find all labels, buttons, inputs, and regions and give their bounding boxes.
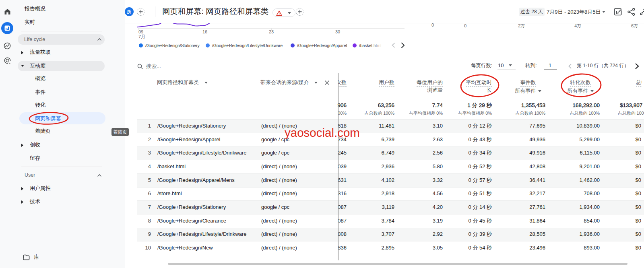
page-title: 网页和屏幕: 网页路径和屏幕类 bbox=[162, 6, 268, 16]
table-row[interactable]: 1 /Google+Redesign/Stationery (direct) /… bbox=[137, 119, 644, 133]
total-avg-engagement-time: 1 分 29 秒 bbox=[467, 102, 492, 109]
cell-page-path: /basket.html bbox=[157, 163, 186, 170]
table-row[interactable]: 3 /Google+Redesign/Lifestyle/Drinkware g… bbox=[137, 146, 644, 160]
reports-icon-active[interactable] bbox=[1, 22, 13, 34]
date-range-text[interactable]: 7月9日 - 2023年8月5日 bbox=[547, 8, 601, 16]
cell-page-path: /Google+Redesign/Lifestyle/Drinkware bbox=[157, 231, 246, 237]
search-input[interactable]: 搜索... bbox=[146, 63, 161, 70]
cell-session-source: (direct) / (none) bbox=[261, 218, 297, 224]
sidebar-item-label: 互动度 bbox=[30, 63, 45, 69]
cell-views-per-user: 3.10 bbox=[433, 123, 443, 129]
cell-users: 2,895 bbox=[381, 245, 394, 251]
table-row[interactable]: 7 /Google+Redesign/Stationery google / c… bbox=[137, 200, 644, 214]
sidebar-item-realtime[interactable]: 实时 bbox=[25, 19, 35, 25]
data-quality-warning-chip[interactable] bbox=[272, 8, 295, 17]
cell-revenue: $0 bbox=[636, 163, 641, 170]
advertising-icon[interactable] bbox=[4, 57, 12, 65]
table-row[interactable]: 4 /basket.html (direct) / (none) 039 2,9… bbox=[137, 160, 644, 173]
explore-icon[interactable] bbox=[4, 42, 11, 49]
table-row[interactable]: 10 /Google+Redesign/New (direct) / (none… bbox=[137, 241, 644, 255]
metric-header-views[interactable]: 浏览次数 bbox=[338, 79, 347, 87]
cell-event-count: 31,864 bbox=[529, 218, 545, 224]
expand-arrow-icon bbox=[21, 187, 23, 190]
metric-header-users[interactable]: 用户数 bbox=[379, 79, 394, 87]
customize-report-icon[interactable] bbox=[614, 8, 623, 16]
cell-conversions: 1,934.00 bbox=[579, 204, 600, 210]
cell-event-count: 77,695 bbox=[529, 123, 545, 129]
sidebar-section-life-cycle[interactable]: Life cycle bbox=[18, 34, 105, 45]
add-comparison-button[interactable] bbox=[137, 8, 144, 16]
goto-page-value: 1 bbox=[549, 62, 551, 69]
legend-prev-icon[interactable] bbox=[391, 42, 396, 48]
dim-header-label: 网页路径和屏幕类 bbox=[157, 79, 199, 86]
cell-avg-engagement-time: 0 分 34 秒 bbox=[468, 150, 492, 156]
pagination-range-label: 第 1-10 行（共 724 行） bbox=[577, 63, 629, 69]
total-event-count: 1,355,453 bbox=[521, 102, 545, 109]
horizontal-scrollbar-thumb[interactable] bbox=[168, 263, 627, 265]
cell-users: 3,119 bbox=[382, 204, 394, 210]
metric-header-event-count[interactable]: 事件数 所有事件 bbox=[515, 79, 541, 94]
x-tick-label: 30 bbox=[335, 29, 340, 35]
total-event-count-subnote: 占总数的 100% bbox=[516, 110, 545, 116]
add-metric-button[interactable] bbox=[296, 8, 303, 16]
home-icon[interactable] bbox=[4, 8, 11, 15]
sidebar-item-overview[interactable]: 概览 bbox=[35, 75, 45, 82]
prev-page-icon[interactable] bbox=[568, 63, 572, 69]
next-page-icon[interactable] bbox=[634, 63, 640, 70]
sidebar-item-events[interactable]: 事件 bbox=[35, 89, 45, 95]
row-number: 1 bbox=[148, 123, 151, 129]
sidebar-item-label: 技术 bbox=[30, 198, 40, 205]
date-range-preset-chip[interactable]: 过去 28 天 bbox=[519, 8, 545, 16]
cell-revenue: $0 bbox=[636, 136, 641, 143]
bar-chart-icon bbox=[4, 25, 10, 31]
sidebar-item-retention[interactable]: 留存 bbox=[30, 155, 40, 161]
table-row[interactable]: 9 /Google+Redesign/Lifestyle/Drinkware (… bbox=[137, 228, 644, 241]
legend-next-icon[interactable] bbox=[400, 42, 405, 49]
remove-dimension-icon[interactable] bbox=[324, 80, 330, 85]
metric-header-label: 事件数 bbox=[520, 79, 536, 87]
table-bottom-border bbox=[137, 255, 644, 255]
table-row[interactable]: 5 /Google+Redesign/Apparel/Mens (direct)… bbox=[137, 173, 644, 187]
chevron-down-icon[interactable] bbox=[602, 11, 605, 13]
table-row[interactable]: 8 /Google+Redesign/Clearance (direct) / … bbox=[137, 214, 644, 228]
cell-avg-engagement-time: 0 分 57 秒 bbox=[468, 177, 492, 183]
chevron-down-icon bbox=[314, 82, 318, 84]
total-conversions-subnote: 占总数的 100% bbox=[570, 110, 600, 116]
warning-icon bbox=[276, 10, 282, 16]
table-row[interactable]: 2 /Google+Redesign/Apparel google / cpc … bbox=[137, 133, 644, 146]
sidebar-item-label: 用户属性 bbox=[30, 185, 51, 192]
cell-revenue: $0 bbox=[636, 190, 641, 197]
cell-session-source: google / cpc bbox=[261, 204, 289, 210]
cell-views: 087 bbox=[338, 204, 347, 210]
insights-icon-partial[interactable] bbox=[640, 8, 644, 16]
x-tick-label: 23 bbox=[269, 29, 274, 35]
cell-conversions: 1,462.00 bbox=[579, 177, 600, 183]
cell-revenue: $0 bbox=[636, 231, 641, 237]
sidebar-item-landing-page[interactable]: 着陆页 bbox=[35, 128, 51, 134]
sidebar-item-engagement[interactable]: 互动度 bbox=[18, 61, 105, 71]
sidebar-item-label: 流量获取 bbox=[30, 49, 51, 56]
cell-revenue: $0 bbox=[636, 123, 641, 129]
cell-avg-engagement-time: 0 分 45 秒 bbox=[468, 218, 492, 224]
cell-views: 836 bbox=[338, 245, 347, 251]
rows-per-page-value: 10 bbox=[498, 62, 504, 69]
sidebar-item-reports-snapshot[interactable]: 报告概况 bbox=[25, 6, 45, 12]
comparison-chip-all-users[interactable]: 所 bbox=[125, 7, 134, 16]
table-row[interactable]: 6 /store.html (direct) / (none) 316 2,91… bbox=[137, 187, 644, 201]
metric-header-label: 浏览量 bbox=[427, 87, 443, 94]
cell-views-per-user: 3.32 bbox=[433, 177, 443, 183]
legend-label: /Google+Redesign/Lifestyle/Drinkware bbox=[212, 43, 283, 48]
metric-header-revenue[interactable]: 总收入 bbox=[636, 79, 642, 87]
cell-page-path: /Google+Redesign/Stationery bbox=[157, 123, 226, 129]
sidebar-item-conversions[interactable]: 转化 bbox=[35, 102, 45, 108]
cell-views-per-user: 3.05 bbox=[433, 245, 443, 251]
sidebar-divider bbox=[21, 31, 102, 31]
row-number: 10 bbox=[145, 245, 151, 251]
share-icon[interactable] bbox=[627, 8, 635, 16]
total-revenue-subnote: 占总数的 100% bbox=[618, 110, 644, 116]
pinned-column-divider[interactable] bbox=[338, 73, 339, 260]
event-scope-select[interactable]: 所有事件 bbox=[515, 88, 541, 94]
legend-dot bbox=[353, 43, 357, 47]
total-conversions: 168,292.00 bbox=[572, 102, 600, 109]
ga4-pages-and-screens-report: 报告概况 实时 Life cycle 流量获取 互动度 概览 事件 转化 网页和… bbox=[0, 0, 644, 268]
